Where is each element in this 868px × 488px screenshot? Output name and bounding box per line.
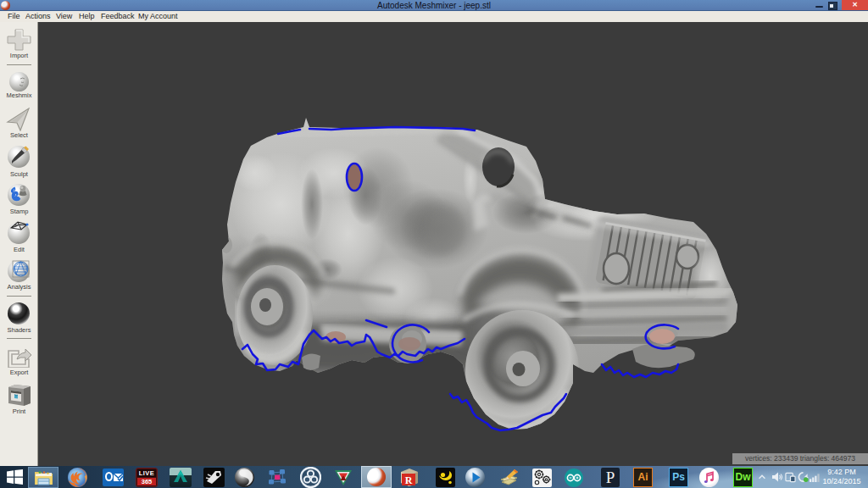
svg-text:R: R (405, 474, 413, 486)
